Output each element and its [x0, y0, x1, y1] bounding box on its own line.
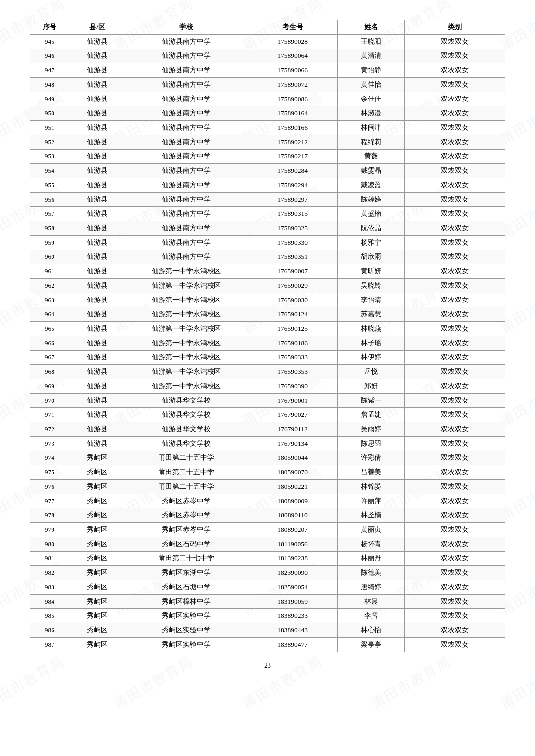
table-cell: 仙游县南方中学 [125, 164, 248, 178]
table-cell: 仙游县南方中学 [125, 221, 248, 236]
col-header-county: 县/区 [69, 20, 125, 35]
table-cell: 双农双女 [404, 164, 505, 178]
table-cell: 双农双女 [404, 121, 505, 135]
table-row: 978秀屿区秀屿区赤岑中学180890110林圣楠双农双女 [30, 508, 505, 523]
table-row: 966仙游县仙游第一中学永鸿校区176590186林子瑶双农双女 [30, 336, 505, 351]
table-cell: 双农双女 [404, 63, 505, 78]
table-row: 951仙游县仙游县南方中学175890166林闽津双农双女 [30, 121, 505, 135]
page-content: 序号 县/区 学校 考生号 姓名 类别 945仙游县仙游县南方中学1758900… [0, 0, 535, 700]
table-row: 982秀屿区秀屿区东湖中学182390090陈德美双农双女 [30, 566, 505, 580]
table-cell: 秀屿区赤岑中学 [125, 508, 248, 523]
table-row: 975秀屿区莆田第二十五中学180590070吕善美双农双女 [30, 465, 505, 480]
table-cell: 仙游第一中学永鸿校区 [125, 293, 248, 307]
table-cell: 176590007 [248, 264, 337, 279]
table-row: 977秀屿区秀屿区赤岑中学180890009许丽萍双农双女 [30, 494, 505, 508]
table-cell: 987 [30, 638, 69, 652]
table-cell: 968 [30, 365, 69, 379]
table-cell: 950 [30, 106, 69, 121]
table-row: 961仙游县仙游第一中学永鸿校区176590007黄昕妍双农双女 [30, 264, 505, 279]
table-cell: 仙游县 [69, 250, 125, 264]
table-cell: 阮依晶 [337, 221, 404, 236]
table-cell: 秀屿区 [69, 523, 125, 537]
table-cell: 双农双女 [404, 279, 505, 293]
table-cell: 945 [30, 35, 69, 49]
table-cell: 林淑漫 [337, 106, 404, 121]
col-header-type: 类别 [404, 20, 505, 35]
table-cell: 176790134 [248, 437, 337, 451]
table-cell: 陈思羽 [337, 437, 404, 451]
table-cell: 176590029 [248, 279, 337, 293]
table-cell: 176590333 [248, 351, 337, 365]
table-cell: 964 [30, 307, 69, 322]
table-cell: 仙游县南方中学 [125, 35, 248, 49]
table-cell: 双农双女 [404, 537, 505, 552]
table-cell: 双农双女 [404, 394, 505, 408]
table-cell: 180590044 [248, 451, 337, 465]
table-cell: 秀屿区 [69, 638, 125, 652]
table-cell: 176590186 [248, 336, 337, 351]
table-cell: 杨怀青 [337, 537, 404, 552]
table-cell: 双农双女 [404, 408, 505, 422]
table-row: 950仙游县仙游县南方中学175890164林淑漫双农双女 [30, 106, 505, 121]
table-cell: 仙游县 [69, 49, 125, 63]
table-cell: 仙游县 [69, 63, 125, 78]
table-cell: 966 [30, 336, 69, 351]
table-cell: 双农双女 [404, 49, 505, 63]
table-cell: 秀屿区 [69, 623, 125, 638]
table-cell: 仙游县南方中学 [125, 250, 248, 264]
table-row: 968仙游县仙游第一中学永鸿校区176590353岳悦双农双女 [30, 365, 505, 379]
table-cell: 982 [30, 566, 69, 580]
table-cell: 仙游县华文学校 [125, 408, 248, 422]
table-cell: 双农双女 [404, 494, 505, 508]
table-cell: 954 [30, 164, 69, 178]
table-cell: 陈德美 [337, 566, 404, 580]
table-cell: 仙游县 [69, 307, 125, 322]
table-cell: 175890330 [248, 236, 337, 250]
table-cell: 176590030 [248, 293, 337, 307]
table-cell: 莆田第二十七中学 [125, 552, 248, 566]
table-cell: 175890294 [248, 178, 337, 193]
table-row: 967仙游县仙游第一中学永鸿校区176590333林伊婷双农双女 [30, 351, 505, 365]
table-cell: 秀屿区樟林中学 [125, 595, 248, 609]
table-cell: 181390238 [248, 552, 337, 566]
table-cell: 郑妍 [337, 379, 404, 394]
table-cell: 946 [30, 49, 69, 63]
table-row: 952仙游县仙游县南方中学175890212程绵莉双农双女 [30, 135, 505, 150]
table-cell: 陈紫一 [337, 394, 404, 408]
table-cell: 秀屿区 [69, 580, 125, 595]
table-cell: 仙游第一中学永鸿校区 [125, 322, 248, 336]
table-cell: 双农双女 [404, 236, 505, 250]
table-cell: 仙游县 [69, 322, 125, 336]
table-cell: 双农双女 [404, 336, 505, 351]
table-cell: 175890325 [248, 221, 337, 236]
table-cell: 程绵莉 [337, 135, 404, 150]
table-cell: 960 [30, 250, 69, 264]
table-row: 984秀屿区秀屿区樟林中学183190059林晨双农双女 [30, 595, 505, 609]
table-cell: 双农双女 [404, 207, 505, 221]
table-cell: 仙游县 [69, 379, 125, 394]
table-cell: 183890233 [248, 609, 337, 623]
table-cell: 苏嘉慧 [337, 307, 404, 322]
table-row: 953仙游县仙游县南方中学175890217黄薇双农双女 [30, 150, 505, 164]
table-cell: 175890028 [248, 35, 337, 49]
table-row: 987秀屿区秀屿区实验中学183890477梁亭亭双农双女 [30, 638, 505, 652]
table-cell: 仙游县 [69, 164, 125, 178]
table-row: 979秀屿区秀屿区赤岑中学180890207黄丽贞双农双女 [30, 523, 505, 537]
table-cell: 秀屿区 [69, 566, 125, 580]
table-header-row: 序号 县/区 学校 考生号 姓名 类别 [30, 20, 505, 35]
table-cell: 959 [30, 236, 69, 250]
table-cell: 双农双女 [404, 307, 505, 322]
table-cell: 983 [30, 580, 69, 595]
table-cell: 955 [30, 178, 69, 193]
table-cell: 181190056 [248, 537, 337, 552]
table-cell: 秀屿区东湖中学 [125, 566, 248, 580]
table-cell: 980 [30, 537, 69, 552]
table-cell: 黄佳怡 [337, 78, 404, 92]
table-cell: 双农双女 [404, 264, 505, 279]
table-cell: 985 [30, 609, 69, 623]
table-cell: 仙游县 [69, 150, 125, 164]
table-cell: 975 [30, 465, 69, 480]
table-row: 957仙游县仙游县南方中学175890315黄盛楠双农双女 [30, 207, 505, 221]
table-cell: 953 [30, 150, 69, 164]
table-cell: 吕善美 [337, 465, 404, 480]
